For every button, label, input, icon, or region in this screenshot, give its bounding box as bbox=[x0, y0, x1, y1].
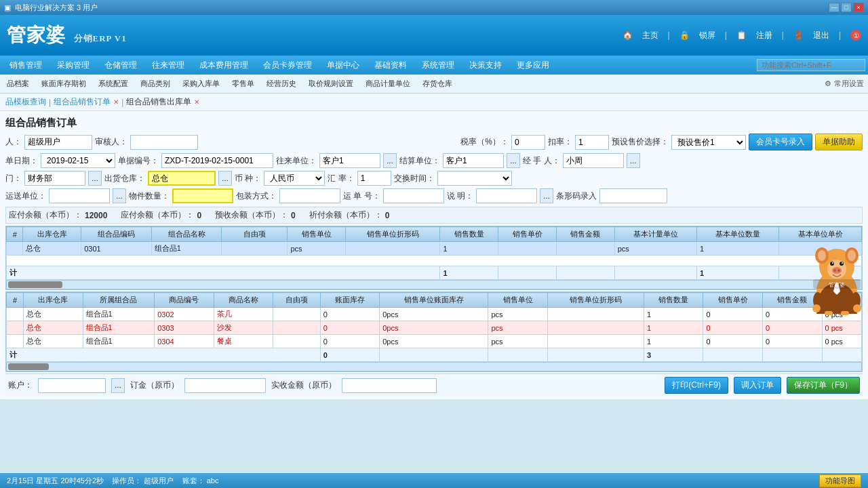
prepaid-value: 0 bbox=[291, 211, 296, 220]
payee-input[interactable] bbox=[38, 378, 106, 393]
toolbar-settings[interactable]: ⚙ 常用设置 bbox=[825, 79, 864, 89]
maximize-button[interactable]: □ bbox=[841, 3, 852, 12]
warehouse-input[interactable] bbox=[148, 171, 216, 186]
discount-input[interactable] bbox=[575, 135, 609, 150]
toolbar-stock-init[interactable]: 账面库存期初 bbox=[39, 77, 89, 90]
toolbar-retail[interactable]: 零售单 bbox=[229, 77, 257, 90]
logobar: 管家婆 分销ERP V1 🏠 主页 | 🔒 锁屏 | 📋 注册 | 🚪 退出 |… bbox=[0, 15, 868, 56]
nav-search-input[interactable] bbox=[757, 59, 865, 71]
remark-label: 说 明： bbox=[447, 190, 473, 202]
close-tab-3[interactable]: ✕ bbox=[194, 98, 199, 106]
actual-input[interactable] bbox=[342, 378, 437, 393]
handler-input[interactable] bbox=[563, 153, 624, 168]
currency-select[interactable]: 人民币 bbox=[264, 171, 325, 186]
item-count-input[interactable] bbox=[172, 188, 233, 203]
dept-input[interactable] bbox=[24, 171, 85, 186]
col-wh: 出库仓库 bbox=[23, 227, 81, 242]
nav-purchase[interactable]: 采购管理 bbox=[50, 58, 96, 73]
save-order-button[interactable]: 保存订单（F9） bbox=[787, 377, 860, 394]
to-unit-dots[interactable]: … bbox=[383, 153, 397, 168]
pack-input[interactable] bbox=[279, 188, 340, 203]
nav-sales[interactable]: 销售管理 bbox=[3, 58, 49, 73]
exit-link[interactable]: 退出 bbox=[813, 30, 829, 41]
table-row[interactable]: 总仓 0301 组合品1 pcs 1 pcs 1 bbox=[7, 242, 862, 256]
exchange-time-select[interactable] bbox=[437, 171, 512, 186]
help-map-button[interactable]: 功能导图 bbox=[819, 474, 861, 487]
nav-member[interactable]: 会员卡券管理 bbox=[256, 58, 319, 73]
settle-unit-input[interactable] bbox=[443, 153, 504, 168]
scroll-thumb-2 bbox=[8, 363, 49, 370]
logo-subtitle: 分销ERP V1 bbox=[74, 33, 127, 43]
person-input[interactable] bbox=[24, 135, 92, 150]
nav-accounts[interactable]: 往来管理 bbox=[145, 58, 191, 73]
nav-orders[interactable]: 单据中心 bbox=[320, 58, 366, 73]
date-select[interactable]: 2019-02-15 bbox=[41, 153, 115, 168]
handler-dots[interactable]: … bbox=[627, 153, 640, 168]
toolbar-pricing[interactable]: 取价规则设置 bbox=[306, 77, 356, 90]
order-no-input[interactable] bbox=[161, 153, 273, 168]
nav-warehouse[interactable]: 仓储管理 bbox=[98, 58, 144, 73]
toolbar-product-file[interactable]: 品档案 bbox=[4, 77, 32, 90]
payee-dots[interactable]: … bbox=[111, 378, 125, 393]
table-row[interactable]: 总仓 组合品1 0304 餐桌 0 0pcs pcs 1 0 0 0 pcs bbox=[7, 335, 862, 348]
unpaid-label: 祈付余额（本币）： bbox=[309, 209, 382, 221]
register-link[interactable]: 注册 bbox=[756, 30, 772, 41]
nav-cost[interactable]: 成本费用管理 bbox=[193, 58, 255, 73]
remark-input[interactable] bbox=[476, 188, 537, 203]
close-tab-2[interactable]: ✕ bbox=[113, 98, 119, 106]
svg-point-12 bbox=[833, 269, 836, 272]
toolbar-history[interactable]: 经营历史 bbox=[264, 77, 299, 90]
table1-scrollbar[interactable] bbox=[6, 280, 862, 289]
product-table: # 出库仓库 所属组合品 商品编号 商品名称 自由项 账面库存 销售单位账面库存… bbox=[6, 292, 862, 362]
nav-decision[interactable]: 决策支持 bbox=[462, 58, 509, 73]
lock-link[interactable]: 锁屏 bbox=[699, 30, 715, 41]
toolbar-sys-config[interactable]: 系统配置 bbox=[96, 77, 131, 90]
home-link[interactable]: 主页 bbox=[642, 30, 658, 41]
barcode-input[interactable] bbox=[599, 188, 667, 203]
dept-dots[interactable]: … bbox=[88, 171, 102, 186]
to-unit-input[interactable] bbox=[319, 153, 380, 168]
table2-scrollbar[interactable] bbox=[6, 362, 862, 371]
settle-unit-dots[interactable]: … bbox=[507, 153, 520, 168]
table-row[interactable]: 总仓 组合品1 0303 沙发 0 0pcs pcs 1 0 0 0 pcs bbox=[7, 321, 862, 335]
toolbar-stock-wh[interactable]: 存货仓库 bbox=[420, 77, 455, 90]
col2-stock: 账面库存 bbox=[320, 293, 380, 308]
currency-label: 币 种： bbox=[235, 173, 261, 184]
col-barcode: 销售单位折形码 bbox=[346, 227, 440, 242]
ship-unit-input[interactable] bbox=[49, 188, 110, 203]
ship-unit-dots[interactable]: … bbox=[113, 188, 126, 203]
col-qty: 销售数量 bbox=[440, 227, 498, 242]
toolbar-product-cat[interactable]: 商品类别 bbox=[138, 77, 173, 90]
col-amount: 销售金额 bbox=[556, 227, 614, 242]
tax-input[interactable] bbox=[511, 135, 545, 150]
unpaid-value: 0 bbox=[385, 211, 390, 220]
help-button[interactable]: 单据助助 bbox=[815, 134, 863, 150]
breadcrumb-item-2[interactable]: 组合品销售订单 bbox=[54, 96, 111, 108]
person-label: 人： bbox=[5, 136, 22, 148]
nav-system[interactable]: 系统管理 bbox=[415, 58, 461, 73]
breadcrumb-item-1[interactable]: 品模板查询 bbox=[5, 96, 46, 108]
warehouse-dots[interactable]: … bbox=[218, 171, 232, 186]
toolbar-unit[interactable]: 商品计量单位 bbox=[363, 77, 413, 90]
import-order-button[interactable]: 调入订单 bbox=[734, 377, 781, 394]
nav-more[interactable]: 更多应用 bbox=[510, 58, 556, 73]
rate-input[interactable] bbox=[357, 171, 391, 186]
mascot-pig: 管家婆 bbox=[810, 241, 864, 315]
reviewer-input[interactable] bbox=[130, 135, 198, 150]
nav-basics[interactable]: 基础资料 bbox=[368, 58, 414, 73]
svg-point-8 bbox=[840, 262, 844, 266]
order-yuan-input[interactable] bbox=[184, 378, 266, 393]
handler-label: 经 手 人： bbox=[523, 155, 560, 167]
table-row[interactable]: 总仓 组合品1 0302 茶几 0 0pcs pcs 1 0 0 0 pcs bbox=[7, 308, 862, 321]
titlebar-left: ▣ 电脑行业解决方案 3 用户 bbox=[4, 3, 98, 13]
close-button[interactable]: × bbox=[853, 3, 864, 12]
remark-dots[interactable]: … bbox=[540, 188, 553, 203]
toolbar-purchase-in[interactable]: 采购入库单 bbox=[180, 77, 222, 90]
payee-label: 账户： bbox=[8, 380, 33, 391]
minimize-button[interactable]: — bbox=[829, 3, 840, 12]
price-select[interactable]: 预设售价1 bbox=[671, 135, 746, 150]
dept-label: 门： bbox=[5, 173, 22, 184]
ship-no-input[interactable] bbox=[383, 188, 444, 203]
member-card-button[interactable]: 会员卡号录入 bbox=[749, 134, 812, 150]
print-button[interactable]: 打印(Ctrl+F9) bbox=[665, 377, 728, 394]
